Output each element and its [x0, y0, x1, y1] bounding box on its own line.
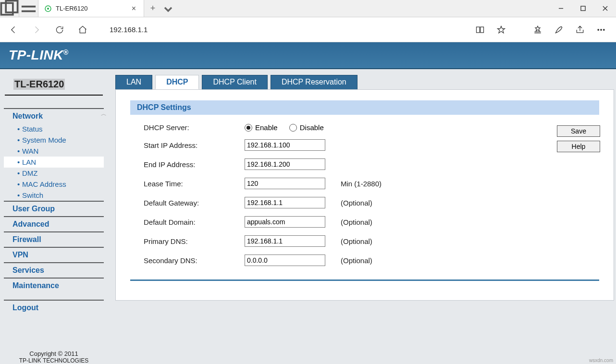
input-end-ip[interactable] — [245, 158, 325, 170]
label-end-ip: End IP Address: — [144, 160, 245, 169]
hint-pdns: (Optional) — [336, 237, 599, 245]
main-content: LAN DHCP DHCP Client DHCP Reservation DH… — [108, 69, 616, 364]
sidebar-group-firewall[interactable]: Firewall — [4, 232, 104, 247]
more-icon[interactable] — [591, 19, 611, 40]
label-lease: Lease Time: — [144, 180, 245, 188]
sidebar-group-advanced[interactable]: Advanced — [4, 217, 104, 231]
label-pdns: Primary DNS: — [144, 237, 245, 245]
tab-dhcp[interactable]: DHCP — [155, 75, 199, 89]
hint-domain: (Optional) — [336, 218, 599, 226]
radio-disable[interactable]: Disable — [289, 123, 324, 132]
input-domain[interactable] — [245, 216, 325, 228]
sidebar: TL-ER6120 ︿ Network Status System Mode W… — [0, 69, 108, 364]
input-secondary-dns[interactable] — [245, 255, 325, 266]
hint-sdns: (Optional) — [336, 256, 599, 265]
svg-point-3 — [47, 8, 49, 10]
save-button[interactable]: Save — [557, 125, 600, 137]
tab-dhcp-reservation[interactable]: DHCP Reservation — [271, 75, 357, 89]
watermark: wsxdn.com — [589, 358, 613, 363]
favicon-icon — [44, 5, 52, 12]
brand-bar: TP-LINK® — [0, 42, 616, 69]
refresh-button[interactable] — [49, 19, 70, 40]
sidebar-item-lan[interactable]: LAN — [4, 157, 104, 168]
input-lease[interactable] — [245, 178, 325, 189]
tab-dhcp-client[interactable]: DHCP Client — [202, 75, 267, 89]
notes-icon[interactable] — [549, 19, 569, 40]
browser-tab[interactable]: TL-ER6120 × — [38, 0, 144, 17]
sidebar-group-user-group[interactable]: User Group — [4, 202, 104, 216]
sidebar-item-mac-address[interactable]: MAC Address — [4, 179, 104, 190]
back-button[interactable] — [3, 19, 24, 40]
forward-button[interactable] — [26, 19, 47, 40]
input-primary-dns[interactable] — [245, 235, 325, 247]
svg-point-5 — [598, 29, 599, 30]
model-label: TL-ER6120 — [13, 79, 65, 90]
sidebar-group-vpn[interactable]: VPN — [4, 248, 104, 262]
input-gateway[interactable] — [245, 197, 325, 208]
sidebar-item-wan[interactable]: WAN — [4, 146, 104, 157]
minimize-button[interactable] — [550, 0, 572, 17]
radio-enable[interactable]: Enable — [245, 123, 278, 132]
hint-gateway: (Optional) — [336, 199, 599, 207]
svg-rect-4 — [580, 6, 585, 11]
copyright: Copyright © 2011 TP-LINK TECHNOLOGIES — [0, 350, 108, 364]
sidebar-item-dmz[interactable]: DMZ — [4, 168, 104, 179]
tab-lan[interactable]: LAN — [115, 75, 152, 89]
sidebar-group-network[interactable]: Network — [4, 109, 104, 123]
sidebar-logout[interactable]: Logout — [4, 301, 104, 315]
sidebar-group-maintenance[interactable]: Maintenance — [4, 279, 104, 293]
svg-point-6 — [601, 29, 602, 30]
tabs-overview-button[interactable] — [0, 0, 19, 17]
help-button[interactable]: Help — [557, 141, 600, 152]
scroll-up-icon[interactable]: ︿ — [101, 110, 107, 118]
tab-preview-button[interactable] — [19, 0, 38, 17]
router-page: TP-LINK® TL-ER6120 ︿ Network Status Syst… — [0, 42, 616, 364]
close-window-button[interactable] — [594, 0, 616, 17]
favorites-list-icon[interactable] — [528, 19, 548, 40]
hint-lease: Min (1-2880) — [336, 180, 599, 188]
sidebar-group-services[interactable]: Services — [4, 263, 104, 278]
brand-logo: TP-LINK® — [9, 48, 69, 63]
section-title: DHCP Settings — [130, 100, 599, 115]
tab-menu-button[interactable] — [161, 0, 175, 17]
label-gateway: Default Gateway: — [144, 199, 245, 207]
svg-point-7 — [604, 29, 605, 30]
share-icon[interactable] — [570, 19, 590, 40]
sidebar-item-system-mode[interactable]: System Mode — [4, 134, 104, 146]
sidebar-item-status[interactable]: Status — [4, 123, 104, 134]
favorite-star-icon[interactable] — [491, 19, 511, 40]
label-dhcp-server: DHCP Server: — [144, 123, 245, 132]
address-bar[interactable]: 192.168.1.1 — [110, 22, 450, 38]
browser-titlebar: TL-ER6120 × + — [0, 0, 616, 17]
label-start-ip: Start IP Address: — [144, 141, 245, 149]
input-start-ip[interactable] — [245, 139, 325, 151]
label-domain: Default Domain: — [144, 218, 245, 226]
home-button[interactable] — [72, 19, 93, 40]
maximize-button[interactable] — [572, 0, 594, 17]
label-sdns: Secondary DNS: — [144, 256, 245, 265]
content-tabs: LAN DHCP DHCP Client DHCP Reservation — [108, 69, 616, 89]
separator — [130, 279, 599, 281]
window-controls — [550, 0, 616, 17]
tab-title: TL-ER6120 — [56, 5, 126, 12]
new-tab-button[interactable]: + — [144, 0, 161, 17]
reading-view-icon[interactable] — [470, 19, 490, 40]
close-tab-icon[interactable]: × — [130, 4, 138, 13]
sidebar-item-switch[interactable]: Switch — [4, 190, 104, 201]
browser-navbar: 192.168.1.1 — [0, 17, 616, 42]
settings-panel: DHCP Settings DHCP Server: Enable Disabl… — [115, 89, 614, 301]
